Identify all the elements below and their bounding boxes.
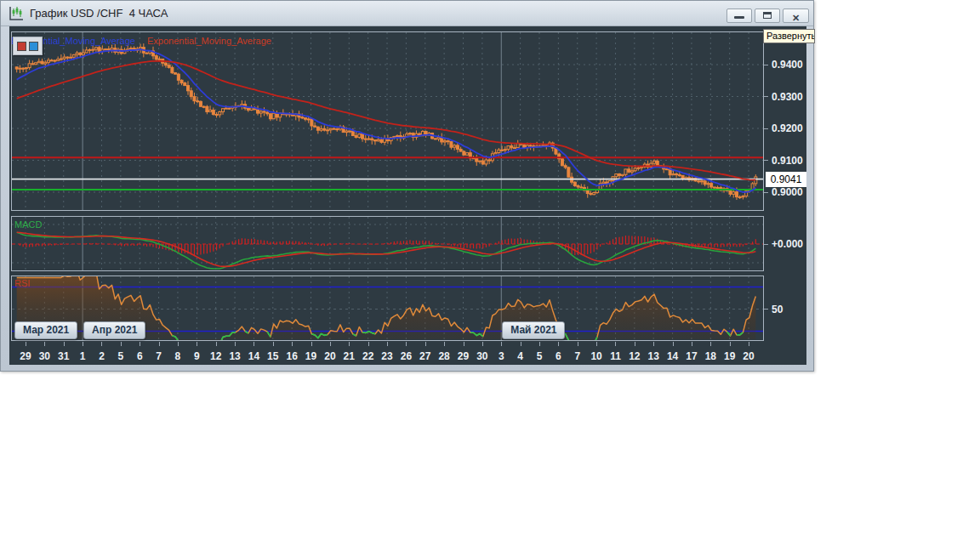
minimize-icon: [734, 16, 744, 19]
page: { "window": { "title": "График USD /CHF …: [0, 0, 980, 551]
legend-ma-slow: Exponential_Moving_Average: [147, 36, 271, 46]
maximize-icon: [763, 12, 772, 19]
rsi-panel: [11, 276, 764, 341]
macd-label: MACD: [14, 219, 42, 230]
macd-chart-canvas[interactable]: [12, 217, 763, 270]
close-icon: ✕: [792, 13, 800, 23]
macd-panel: [11, 216, 764, 271]
price-chart-canvas[interactable]: [12, 32, 763, 210]
chart-window: График USD /CHF 4 ЧАСА ✕ Exponential_Mov…: [0, 0, 814, 372]
ma-color-chip-red[interactable]: [17, 42, 26, 51]
window-title: График USD /CHF 4 ЧАСА: [30, 7, 168, 20]
title-bar[interactable]: График USD /CHF 4 ЧАСА ✕: [1, 1, 813, 26]
maximize-tooltip: Развернуть: [763, 29, 815, 43]
ma-color-chip-blue[interactable]: [29, 42, 38, 51]
price-chart-panel: [11, 31, 764, 211]
maximize-button[interactable]: [755, 9, 780, 23]
rsi-chart-canvas[interactable]: [12, 276, 763, 340]
chart-icon: [8, 5, 25, 22]
rsi-label: RSI: [14, 278, 30, 288]
minimize-button[interactable]: [726, 9, 752, 23]
indicator-color-buttons: [13, 37, 43, 55]
indicator-legend: Exponential_Moving_Average Exponential_M…: [11, 36, 271, 46]
close-button[interactable]: ✕: [783, 9, 809, 23]
